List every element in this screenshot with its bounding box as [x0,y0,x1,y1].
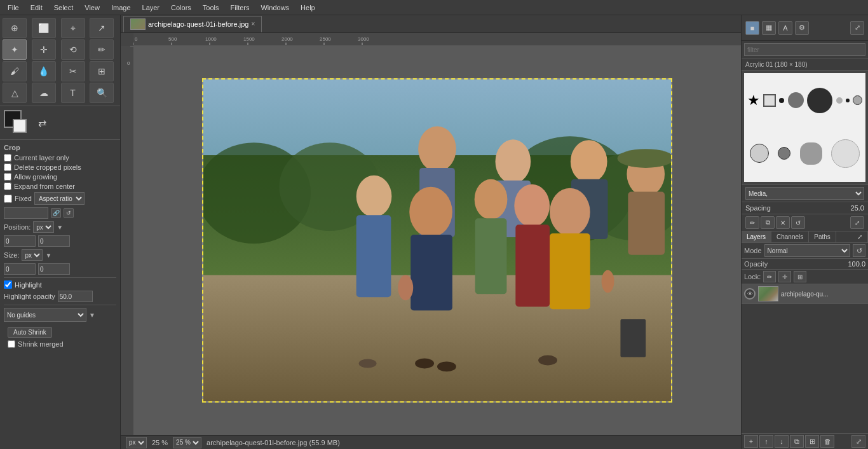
tab-expand[interactable]: ⤢ [852,231,868,242]
tab-channels[interactable]: Channels [771,231,809,242]
size-unit-arrow[interactable]: ▼ [45,252,51,259]
lock-alpha-btn[interactable]: ⊞ [794,271,806,282]
canvas-container[interactable] [133,46,741,435]
paint-tool-btn[interactable]: 🖌 [3,61,27,81]
opacity-label: Opacity [744,260,768,268]
lock-position-btn[interactable]: ✛ [778,271,791,282]
current-layer-only-checkbox[interactable] [4,154,11,162]
delete-layer-btn[interactable]: 🗑 [820,435,834,448]
mode-select[interactable]: Normal [764,244,850,257]
delete-brush-btn[interactable]: ✕ [776,216,790,229]
highlight-opacity-input[interactable] [58,291,93,302]
fixed-checkbox[interactable] [4,195,12,203]
svg-rect-39 [550,233,590,309]
menu-colors[interactable]: Colors [166,3,196,13]
pencil-tool-btn[interactable]: ✏ [90,39,114,60]
expand-right-btn[interactable]: ⤢ [850,21,864,35]
heal-tool-btn[interactable]: ⊞ [90,61,114,81]
create-brush-btn[interactable]: ✏ [745,216,759,229]
menu-select[interactable]: Select [49,3,79,13]
left-toolbar: ⊕ ⬜ ⌖ ↗ ✦ ✛ ⟲ ✏ 🖌 💧 ✂ ⊞ △ ☁ T 🔍 ⇄ [0,15,121,449]
free-select-btn[interactable]: ↗ [90,18,114,38]
pattern-btn[interactable]: ▦ [762,21,776,35]
merge-layer-btn[interactable]: ⊞ [805,435,819,448]
right-panel: ■ ▦ A ⚙ ⤢ Acrylic 01 (180 × 180) ★ [741,15,868,449]
text-tool-btn[interactable]: T [61,83,85,103]
paint-mode-btn[interactable]: ■ [745,21,759,35]
media-select[interactable]: Media, [745,187,864,200]
tab-layers[interactable]: Layers [742,231,771,242]
menu-image[interactable]: Image [106,3,136,13]
canvas-tab[interactable]: archipelago-quest-01i-before.jpg × [123,16,262,32]
settings-right-btn[interactable]: ⚙ [795,21,809,35]
fill-tool-btn[interactable]: 💧 [32,61,56,81]
crop-tool-btn[interactable]: ✦ [3,39,27,60]
duplicate-brush-btn[interactable]: ⧉ [761,216,775,229]
highlight-checkbox[interactable] [4,280,12,289]
menu-help[interactable]: Help [295,3,320,13]
size-unit-select[interactable]: px [22,249,43,261]
mode-refresh-btn[interactable]: ↺ [853,244,865,257]
no-guides-select[interactable]: No guides [4,308,86,322]
menu-windows[interactable]: Windows [255,3,294,13]
chain-btn[interactable]: 🔗 [51,208,61,218]
background-color[interactable] [13,119,27,133]
pos-y-input[interactable] [38,235,70,247]
svg-point-29 [571,140,607,183]
position-unit-arrow[interactable]: ▼ [57,224,63,231]
ruler-vertical: 0 [121,46,133,435]
brush-square-1 [763,94,776,107]
lower-layer-btn[interactable]: ↓ [775,435,789,448]
move-tool-btn[interactable]: ✛ [32,39,56,60]
blur-tool-btn[interactable]: ☁ [32,83,56,103]
shrink-merged-checkbox[interactable] [8,340,15,348]
swap-colors-btn[interactable]: ⇄ [38,117,46,129]
svg-point-36 [475,179,508,219]
zoom-unit-select[interactable]: px [126,437,147,448]
fuzzy-select-btn[interactable]: ⌖ [61,18,85,38]
allow-growing-checkbox[interactable] [4,173,11,181]
current-layer-only-label: Current layer only [14,154,69,162]
layer-visibility-btn[interactable]: 👁 [744,288,756,300]
lock-pixel-btn[interactable]: ✏ [763,271,776,282]
auto-shrink-btn[interactable]: Auto Shrink [8,327,52,338]
tab-paths[interactable]: Paths [809,231,836,242]
smudge-tool-btn[interactable]: △ [3,83,27,103]
reset-btn[interactable]: ↺ [64,208,74,218]
bottom-buttons: Auto Shrink [4,324,116,340]
svg-point-47 [415,359,434,369]
size-y-input[interactable] [38,263,70,275]
expand-center-checkbox[interactable] [4,183,11,190]
layer-expand-btn[interactable]: ⤢ [851,435,865,448]
zoom-level-select[interactable]: 25 % [173,437,201,448]
menu-view[interactable]: View [79,3,105,13]
fixed-select[interactable]: Aspect ratio [34,192,85,205]
duplicate-layer-btn[interactable]: ⧉ [790,435,804,448]
dimensions-input[interactable]: 3000:2000 [4,207,48,219]
clone-tool-btn[interactable]: ✂ [61,61,85,81]
new-layer-btn[interactable]: + [744,435,758,448]
ruler-h-svg: 0 500 1000 1500 2000 2500 3000 [133,33,741,46]
tab-close-btn[interactable]: × [251,20,255,27]
refresh-brush-btn[interactable]: ↺ [791,216,805,229]
rotate-tool-btn[interactable]: ⟲ [61,39,85,60]
menu-edit[interactable]: Edit [25,3,48,13]
svg-rect-44 [620,319,646,357]
menu-file[interactable]: File [3,3,24,13]
position-unit-select[interactable]: px [33,221,54,233]
size-x-input[interactable] [4,263,36,275]
pos-x-input[interactable] [4,235,36,247]
expand-brush-btn[interactable]: ⤢ [850,216,864,229]
text-edit-btn[interactable]: A [778,21,792,35]
corner-box [121,33,133,46]
rect-select-btn[interactable]: ⬜ [32,18,56,38]
no-guides-arrow[interactable]: ▼ [89,312,95,319]
menu-layer[interactable]: Layer [137,3,165,13]
filter-input[interactable] [744,43,865,56]
new-tool-btn[interactable]: ⊕ [3,18,27,38]
raise-layer-btn[interactable]: ↑ [759,435,773,448]
zoom-tool-btn[interactable]: 🔍 [90,83,114,103]
menu-tools[interactable]: Tools [198,3,224,13]
delete-cropped-checkbox[interactable] [4,163,11,171]
menu-filters[interactable]: Filters [226,3,255,13]
